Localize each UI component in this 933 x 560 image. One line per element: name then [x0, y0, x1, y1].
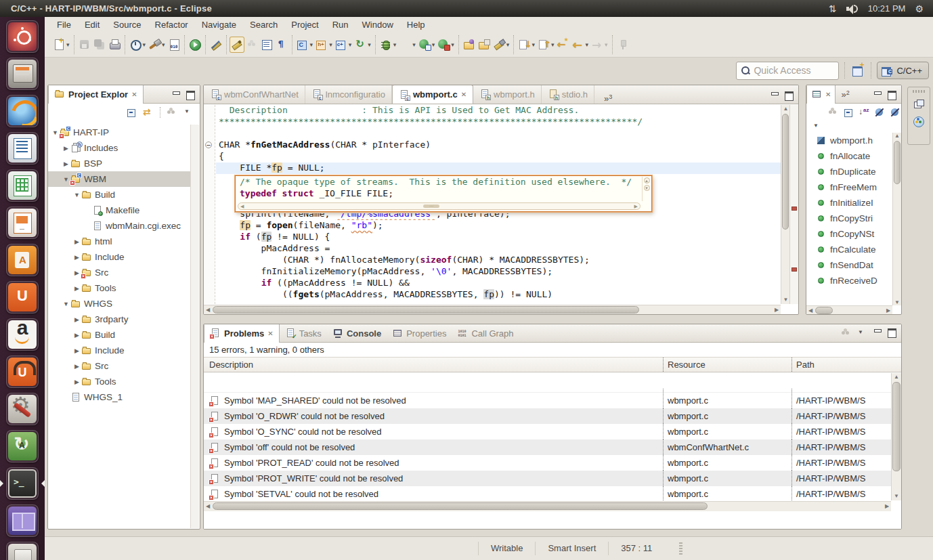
dropdown-icon[interactable]: ▾ — [66, 41, 70, 48]
launcher-item-system-settings[interactable] — [6, 393, 39, 425]
column-path[interactable]: Path — [791, 358, 901, 372]
editor-tab-overflow[interactable]: »3 — [604, 93, 612, 104]
launcher-item-libreoffice-writer[interactable] — [6, 132, 39, 165]
dropdown-icon[interactable]: ▾ — [368, 41, 371, 48]
editor-tab-wbmport-c[interactable]: cwbmport.c✕ — [392, 85, 473, 104]
maximize-view-button[interactable] — [887, 328, 896, 336]
close-icon[interactable]: ✕ — [461, 91, 466, 98]
build-button[interactable]: ▾ — [147, 37, 167, 53]
scroll-right-icon[interactable]: ▶ — [773, 306, 781, 314]
new-make-target-button[interactable]: ▾ — [353, 37, 372, 53]
outline-item-fncopynst[interactable]: fnCopyNSt — [806, 226, 892, 242]
tree-item-wbmmain.cgi.exec[interactable]: wbmMain.cgi.exec — [48, 218, 190, 234]
dropdown-icon[interactable]: ▾ — [329, 41, 332, 48]
editor-tab-lnmconfiguratio[interactable]: clnmconfiguratio — [305, 85, 392, 104]
insert-snippet-button[interactable] — [209, 37, 223, 53]
launcher-item-ubuntu-software-center[interactable] — [6, 244, 39, 276]
tree-item-makefile[interactable]: Makefile — [48, 202, 190, 218]
collapse-all-button[interactable] — [126, 107, 137, 118]
launcher-item-ubuntu-one-music[interactable] — [6, 356, 39, 388]
show-whitespace-button[interactable] — [274, 37, 289, 53]
print-button[interactable] — [107, 37, 122, 53]
editor-tab-stdio-h[interactable]: hstdio.h — [542, 85, 594, 104]
scroll-left-icon[interactable]: ◀ — [204, 502, 212, 511]
menu-search[interactable]: Search — [243, 18, 284, 31]
run-history-button[interactable]: ▾ — [417, 37, 437, 53]
outline-item-fnduplicate[interactable]: fnDuplicate — [806, 164, 892, 179]
launcher-item-libreoffice-calc[interactable] — [6, 169, 39, 202]
network-indicator-icon[interactable]: ⇅ — [829, 4, 837, 14]
tab-properties[interactable]: Properties — [387, 324, 452, 343]
dropdown-icon[interactable]: ▾ — [162, 41, 165, 48]
tree-item-includes[interactable]: ▶hIncludes — [48, 140, 190, 156]
minimize-view-button[interactable] — [873, 328, 882, 336]
scroll-thumb[interactable] — [213, 306, 639, 314]
editor-tab-wbmport-h[interactable]: hwbmport.h — [473, 85, 542, 104]
dropdown-icon[interactable]: ▾ — [605, 41, 608, 48]
outline-item-fnreceived[interactable]: fnReceiveD — [806, 273, 892, 288]
tab-problems[interactable]: ✕Problems✕ — [204, 324, 280, 343]
new-header-file-button[interactable]: ▾ — [314, 37, 334, 53]
launcher-item-trash[interactable] — [6, 542, 39, 560]
mark-occurrences-button[interactable] — [230, 37, 244, 53]
editor-overview-ruler[interactable] — [789, 105, 798, 304]
search-button[interactable]: ▾ — [492, 37, 511, 53]
profile-button[interactable]: ▾ — [128, 37, 148, 53]
tree-item-src[interactable]: ▶Src — [48, 358, 190, 374]
view-menu-button[interactable] — [812, 121, 823, 132]
menu-edit[interactable]: Edit — [78, 18, 106, 31]
maximize-editor-button[interactable] — [784, 91, 794, 99]
new-wizard-button[interactable]: ▾ — [51, 37, 71, 53]
problem-row[interactable]: ✕Symbol 'MAP_SHARED' could not be resolv… — [204, 393, 891, 408]
restore-view-button[interactable] — [912, 98, 926, 110]
launcher-item-libreoffice-impress[interactable] — [6, 207, 39, 239]
dropdown-icon[interactable]: ▾ — [506, 41, 510, 48]
outline-vertical-scrollbar[interactable]: ▲ ▼ — [892, 133, 901, 305]
tree-item-tools[interactable]: ▶Tools — [48, 280, 190, 296]
clock[interactable]: 10:21 PM — [868, 3, 906, 14]
menu-refactor[interactable]: Refactor — [148, 18, 195, 31]
profile-coverage-button[interactable]: ▾ — [436, 37, 456, 53]
launcher-item-software-updater[interactable] — [6, 430, 39, 462]
launcher-item-ubuntu-dash[interactable] — [6, 20, 39, 53]
outline-item-wbmport.h[interactable]: wbmport.h — [806, 133, 892, 148]
problems-vertical-scrollbar[interactable]: ▲ ▼ — [891, 373, 901, 500]
tooltip-scroll-rail[interactable]: ▲▼ — [642, 177, 651, 201]
editor-tab-wbmConfWhartNet[interactable]: cwbmConfWhartNet — [204, 85, 305, 104]
tree-item-3rdparty[interactable]: ▶3rdparty — [48, 311, 190, 327]
editor-horizontal-scrollbar[interactable]: ◀ ▶ — [204, 305, 781, 314]
dropdown-icon[interactable]: ▾ — [412, 41, 416, 48]
menu-project[interactable]: Project — [284, 18, 325, 31]
launcher-item-files[interactable] — [6, 58, 39, 90]
menu-file[interactable]: File — [50, 18, 78, 31]
launcher-item-workspace-switcher[interactable] — [6, 504, 39, 537]
launcher-item-terminal[interactable] — [6, 467, 39, 500]
dropdown-icon[interactable]: ▾ — [349, 41, 352, 48]
launcher-item-amazon[interactable] — [6, 318, 39, 351]
close-icon[interactable]: ✕ — [825, 91, 831, 98]
minimized-view-button[interactable] — [912, 116, 926, 128]
outline-item-fncopystri[interactable]: fnCopyStri — [806, 211, 892, 226]
menu-navigate[interactable]: Navigate — [195, 18, 243, 31]
tree-item-html[interactable]: ▶html — [48, 234, 190, 249]
sort-button[interactable] — [859, 107, 870, 118]
tree-item-tools[interactable]: ▶Tools — [48, 374, 190, 389]
scroll-thumb[interactable] — [894, 141, 901, 184]
minimize-view-button[interactable] — [873, 90, 882, 98]
tree-item-whgs_1[interactable]: WHGS_1 — [48, 389, 190, 405]
previous-annotation-button[interactable]: ▾ — [536, 37, 556, 53]
problem-row[interactable]: ✕Symbol 'O_RDWR' could not be resolvedwb… — [204, 408, 891, 424]
new-source-file-button[interactable]: ▾ — [334, 37, 353, 53]
maximize-view-button[interactable] — [186, 90, 195, 98]
back-button[interactable]: ▾ — [570, 37, 590, 53]
editor-vertical-scrollbar[interactable]: ▲ ▼ — [781, 105, 789, 304]
menu-source[interactable]: Source — [106, 18, 148, 31]
perspective-button-cpp[interactable]: C/C++ — [877, 62, 929, 79]
tree-item-src[interactable]: ▶✕Src — [48, 265, 190, 280]
tree-item-build[interactable]: ▶Build — [48, 327, 190, 343]
dropdown-icon[interactable]: ▾ — [451, 41, 454, 48]
hide-static-members-button[interactable] — [890, 107, 901, 118]
minimize-view-button[interactable] — [171, 90, 181, 98]
dropdown-icon[interactable]: ▾ — [310, 41, 313, 48]
column-description[interactable]: Description — [204, 360, 663, 370]
